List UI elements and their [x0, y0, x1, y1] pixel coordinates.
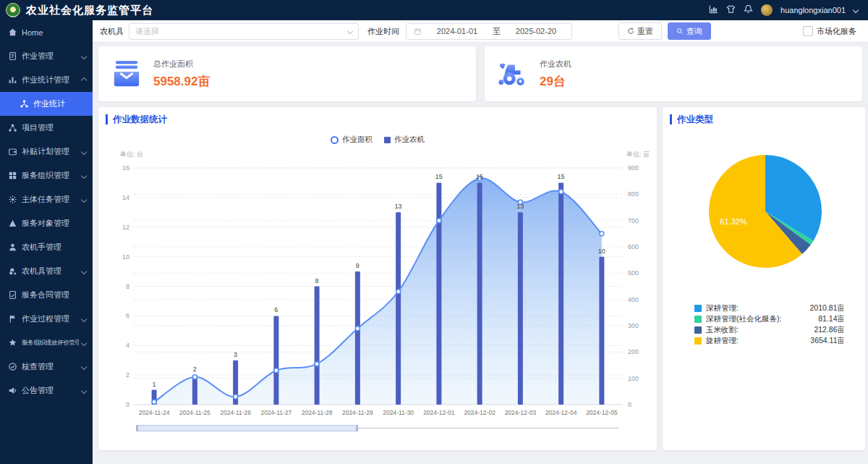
sidebar-item-作业统计管理[interactable]: 作业统计管理	[0, 68, 93, 92]
chevron-down-icon	[81, 172, 87, 178]
user-avatar[interactable]	[761, 4, 773, 16]
bell-icon[interactable]	[744, 4, 753, 16]
svg-text:2024-11-28: 2024-11-28	[302, 409, 333, 416]
share-icon	[20, 99, 29, 109]
total-area-label: 总作业面积	[153, 59, 210, 69]
date-range-picker[interactable]: 2024-01-01 至 2025-02-20	[406, 23, 572, 40]
svg-text:300: 300	[628, 322, 639, 329]
datazoom-slider[interactable]	[136, 425, 619, 431]
svg-text:400: 400	[628, 296, 639, 303]
legend-square-icon	[694, 305, 702, 312]
svg-text:0: 0	[628, 401, 631, 408]
svg-text:0: 0	[126, 401, 129, 408]
pie-legend-item-深耕管理(社会化服务)[interactable]: 深耕管理(社会化服务):81.14亩	[694, 313, 858, 324]
datazoom-handle-right[interactable]	[356, 425, 358, 431]
legend-item-作业面积[interactable]: 作业面积	[331, 135, 373, 145]
legend-square-icon	[384, 137, 391, 143]
market-service-label: 市场化服务	[817, 26, 856, 37]
combo-chart: 0246810121416010020030040050060070080090…	[106, 146, 652, 421]
machine-select[interactable]: 请选择	[129, 23, 359, 40]
svg-text:2: 2	[126, 371, 129, 379]
chevron-down-icon	[81, 148, 87, 154]
svg-text:200: 200	[628, 348, 639, 355]
sidebar-item-公告管理[interactable]: 公告管理	[0, 379, 93, 402]
pie-legend-item-深耕管理[interactable]: 深耕管理:2010.81亩	[694, 303, 858, 313]
date-start-value[interactable]: 2024-01-01	[429, 27, 485, 35]
route-icon	[8, 314, 17, 324]
work-type-panel: 作业类型 61.32% 深耕管理:2010.81亩深耕管理(社会化服务):81.…	[663, 107, 865, 450]
org-icon	[8, 171, 17, 180]
machine-icon	[8, 266, 17, 276]
svg-text:10: 10	[598, 248, 605, 255]
svg-text:单位: 台: 单位: 台	[120, 151, 143, 158]
svg-text:12: 12	[122, 224, 129, 231]
sidebar-item-项目管理[interactable]: 项目管理	[0, 116, 93, 140]
chevron-down-icon	[81, 196, 87, 202]
total-area-value: 5958.92亩	[153, 73, 210, 90]
svg-text:6: 6	[126, 312, 129, 319]
calendar-icon	[414, 28, 422, 35]
svg-text:15: 15	[435, 173, 443, 180]
svg-text:500: 500	[628, 269, 639, 277]
sidebar-item-核查管理[interactable]: 核查管理	[0, 355, 93, 379]
machine-count-card: 作业农机 29台	[485, 46, 862, 101]
inbox-icon	[111, 59, 142, 88]
query-button[interactable]: 查询	[668, 22, 711, 40]
theme-icon[interactable]	[726, 4, 736, 16]
date-end-value[interactable]: 2025-02-20	[508, 27, 564, 35]
svg-text:2: 2	[193, 366, 197, 373]
time-filter-label: 作业时间	[367, 26, 399, 37]
tractor-icon	[498, 59, 528, 88]
svg-text:2024-12-01: 2024-12-01	[423, 409, 455, 416]
svg-text:700: 700	[628, 217, 639, 224]
sidebar-item-主体任务管理[interactable]: 主体任务管理	[0, 187, 93, 211]
sidebar-item-农机具管理[interactable]: 农机具管理	[0, 259, 93, 283]
chevron-down-icon[interactable]	[853, 7, 859, 13]
sidebar-item-作业过程管理[interactable]: 作业过程管理	[0, 307, 93, 331]
nodes-icon	[8, 123, 17, 132]
sidebar-item-农机手管理[interactable]: 农机手管理	[0, 235, 93, 259]
sidebar-item-服务组织管理[interactable]: 服务组织管理	[0, 164, 93, 187]
svg-text:2024-12-02: 2024-12-02	[464, 409, 495, 416]
chevron-down-icon	[81, 53, 87, 59]
svg-text:61.32%: 61.32%	[720, 217, 747, 226]
sidebar-item-作业统计[interactable]: 作业统计	[0, 92, 93, 116]
svg-text:600: 600	[628, 243, 639, 250]
legend-square-icon	[694, 337, 702, 345]
legend-item-作业农机[interactable]: 作业农机	[384, 135, 425, 145]
svg-text:2024-11-26: 2024-11-26	[220, 409, 251, 416]
sidebar-item-服务对象管理[interactable]: 服务对象管理	[0, 211, 93, 235]
chart-panels: 作业数据统计 作业面积作业农机 024681012141601002003004…	[98, 107, 862, 450]
pie-legend-item-旋耕管理[interactable]: 旋耕管理:3654.11亩	[694, 335, 858, 346]
legend-square-icon	[694, 316, 702, 323]
svg-text:8: 8	[315, 277, 319, 284]
sidebar-item-服务组织绩效评价管理[interactable]: 服务组织绩效评价管理	[0, 331, 93, 355]
chevron-down-icon	[81, 387, 87, 393]
datazoom-window[interactable]	[136, 425, 358, 431]
platform-logo-icon	[6, 3, 20, 17]
svg-text:3: 3	[234, 351, 237, 358]
machine-count-label: 作业农机	[540, 59, 571, 69]
datazoom-handle-left[interactable]	[136, 425, 138, 431]
reset-button[interactable]: 重置	[618, 22, 662, 40]
sidebar-item-补贴计划管理[interactable]: 补贴计划管理	[0, 140, 93, 164]
stats-icon[interactable]	[709, 4, 718, 16]
sidebar-item-Home[interactable]: Home	[0, 20, 93, 44]
svg-text:1: 1	[153, 381, 156, 388]
stat-cards: 总作业面积 5958.92亩 作业农机 29台	[98, 46, 862, 101]
market-service-checkbox[interactable]	[803, 26, 813, 36]
chart-icon	[8, 75, 17, 85]
machine-filter-label: 农机具	[100, 26, 124, 37]
chevron-down-icon	[81, 339, 87, 345]
pyramid-icon	[8, 219, 17, 228]
chevron-up-icon	[81, 77, 87, 83]
sidebar-item-服务合同管理[interactable]: 服务合同管理	[0, 283, 93, 307]
sidebar-item-作业管理[interactable]: 作业管理	[0, 44, 93, 68]
svg-text:2024-11-29: 2024-11-29	[342, 409, 373, 416]
svg-text:2024-11-27: 2024-11-27	[260, 409, 292, 416]
pie-legend-item-玉米收割[interactable]: 玉米收割:212.86亩	[694, 324, 858, 335]
username[interactable]: huanglongxian001	[780, 6, 846, 14]
chevron-down-icon	[347, 28, 353, 34]
svg-text:2024-12-03: 2024-12-03	[505, 409, 537, 416]
svg-text:16: 16	[122, 164, 129, 172]
